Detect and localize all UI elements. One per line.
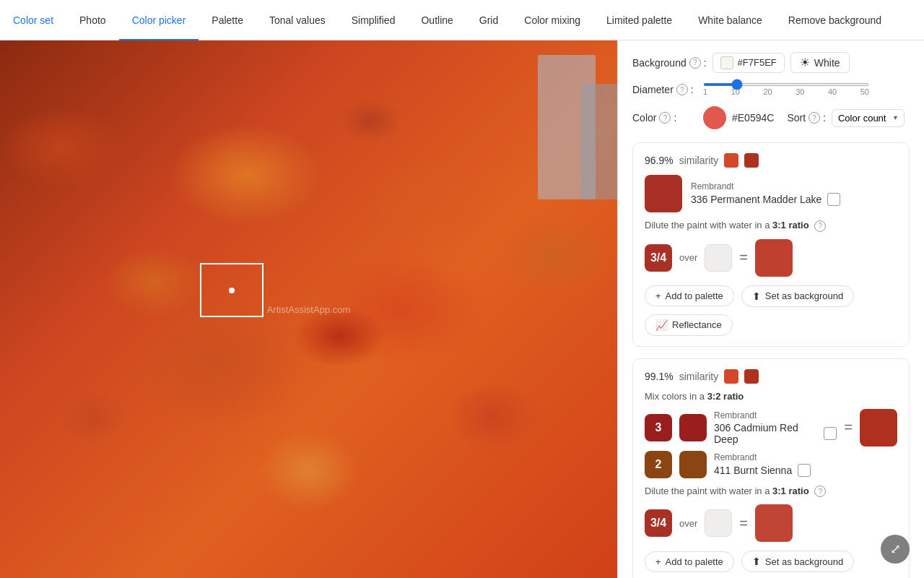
mix-pair-row-1: 3 Rembrandt 306 Cadmium Red Deep = xyxy=(645,409,897,447)
mix-colors-label: Mix colors in a 3:2 ratio xyxy=(645,391,897,402)
paint-swatch-1 xyxy=(645,175,682,212)
sort-select-wrapper: Color count Similarity Name xyxy=(832,109,905,127)
mix-white-swatch-2 xyxy=(705,509,732,537)
dilute-row-1: Dilute the paint with water in a 3:1 rat… xyxy=(645,220,897,232)
nav-item-outline[interactable]: Outline xyxy=(408,0,466,40)
equals-sign-1: = xyxy=(739,249,748,266)
action-row-1: + Add to palette ⬆ Set as background 📈 R… xyxy=(645,285,897,336)
paint-brand-2b: Rembrandt xyxy=(714,452,897,462)
mix-result-1 xyxy=(755,239,793,277)
sort-select[interactable]: Color count Similarity Name xyxy=(832,109,905,127)
paint-checkbox-2b[interactable] xyxy=(798,464,811,477)
similarity-pct-2: 99.1% xyxy=(645,371,674,382)
similarity-label-2: similarity xyxy=(679,371,718,382)
paint-checkbox-2a[interactable] xyxy=(824,427,837,440)
mix-pair-2: 3 Rembrandt 306 Cadmium Red Deep = 2 xyxy=(645,409,897,478)
paint-name-1: 336 Permanent Madder Lake xyxy=(691,193,897,206)
diameter-slider-container: 1 10 20 30 40 50 xyxy=(703,83,910,96)
paint-details-2b: Rembrandt 411 Burnt Sienna xyxy=(714,452,897,477)
result-card-1: 96.9% similarity Rembrandt 336 Permanent… xyxy=(632,142,910,347)
diameter-control-row: Diameter ? : 1 10 20 30 40 50 xyxy=(632,83,910,96)
diameter-ticks: 1 10 20 30 40 50 xyxy=(703,87,869,96)
selection-box[interactable] xyxy=(200,263,263,317)
right-panel: Background ? : #F7F5EF ☀ White Diameter … xyxy=(617,40,924,578)
mix-badge-1: 3/4 xyxy=(645,244,672,272)
nav-item-simplified[interactable]: Simplified xyxy=(339,0,409,40)
nav-item-photo[interactable]: Photo xyxy=(66,0,119,40)
background-swatch-selector[interactable]: #F7F5EF xyxy=(712,53,785,73)
white-icon: ☀ xyxy=(800,56,810,69)
plus-icon-1: + xyxy=(655,290,661,301)
mix-result-dilute-2 xyxy=(755,504,793,542)
nav-item-color-picker[interactable]: Color picker xyxy=(119,0,199,40)
plus-icon-2: + xyxy=(655,556,661,567)
add-to-palette-btn-2[interactable]: + Add to palette xyxy=(645,551,734,572)
similarity-label-1: similarity xyxy=(679,155,718,166)
similarity-row-2: 99.1% similarity xyxy=(645,369,897,384)
action-row-2: + Add to palette ⬆ Set as background xyxy=(645,551,897,572)
main-content: ArtistAssistApp.com Background ? : #F7F5… xyxy=(0,40,924,578)
sim-swatch-1b xyxy=(744,153,759,168)
dilute-row-2: Dilute the paint with water in a 3:1 rat… xyxy=(645,486,897,498)
color-swatch-picker[interactable] xyxy=(703,106,726,129)
result-card-2: 99.1% similarity Mix colors in a 3:2 rat… xyxy=(632,358,910,578)
paint-checkbox-1[interactable] xyxy=(827,193,840,206)
mix-formula-2: 3/4 over = xyxy=(645,504,897,542)
equals-sign-3: = xyxy=(739,515,748,532)
mix-over-label-1: over xyxy=(679,252,697,263)
paint-swatch-2b xyxy=(679,451,707,478)
paint-brand-2a: Rembrandt xyxy=(714,410,837,420)
paint-name-2a: 306 Cadmium Red Deep xyxy=(714,422,837,445)
set-as-background-btn-1[interactable]: ⬆ Set as background xyxy=(741,285,854,307)
image-canvas[interactable]: ArtistAssistApp.com xyxy=(0,40,617,578)
dilute-ratio-1: 3:1 ratio xyxy=(772,220,809,230)
paint-details-1: Rembrandt 336 Permanent Madder Lake xyxy=(691,181,897,206)
bg-icon-2: ⬆ xyxy=(752,556,761,567)
nav-item-color-mixing[interactable]: Color mixing xyxy=(511,0,593,40)
background-help-icon[interactable]: ? xyxy=(689,57,701,69)
paint-details-2a: Rembrandt 306 Cadmium Red Deep xyxy=(714,410,837,445)
building-element-2 xyxy=(581,84,617,199)
background-hex-value: #F7F5EF xyxy=(738,57,777,68)
nav-item-grid[interactable]: Grid xyxy=(466,0,511,40)
nav-item-palette[interactable]: Palette xyxy=(199,0,256,40)
nav-item-color-set[interactable]: Color set xyxy=(0,0,66,40)
dilute-help-icon-2[interactable]: ? xyxy=(814,486,826,497)
bg-icon-1: ⬆ xyxy=(752,290,761,302)
color-help-icon[interactable]: ? xyxy=(659,112,671,124)
background-control-row: Background ? : #F7F5EF ☀ White xyxy=(632,52,910,73)
sim-swatch-1a xyxy=(724,153,738,168)
dilute-help-icon-1[interactable]: ? xyxy=(814,220,826,232)
color-control-row: Color ? : #E0594C Sort ? : Color count S… xyxy=(632,106,910,129)
sim-swatch-2a xyxy=(724,369,738,384)
selection-dot xyxy=(229,288,235,293)
paint-name-2b: 411 Burnt Sienna xyxy=(714,464,897,477)
sort-help-icon[interactable]: ? xyxy=(808,112,820,124)
mix-white-swatch-1 xyxy=(705,244,732,272)
mix-badge-2b: 2 xyxy=(645,451,672,478)
nav-item-remove-background[interactable]: Remove background xyxy=(775,0,894,40)
nav-item-tonal-values[interactable]: Tonal values xyxy=(256,0,339,40)
mix-pair-row-2: 2 Rembrandt 411 Burnt Sienna xyxy=(645,451,897,478)
reflectance-btn-1[interactable]: 📈 Reflectance xyxy=(645,314,733,336)
collapse-button[interactable]: ⤢ xyxy=(881,535,910,564)
nav-item-white-balance[interactable]: White balance xyxy=(685,0,775,40)
mix-badge-2a: 3 xyxy=(645,414,672,441)
sort-label: Sort ? : xyxy=(787,112,826,124)
top-navigation: Color set Photo Color picker Palette Ton… xyxy=(0,0,924,40)
add-to-palette-btn-1[interactable]: + Add to palette xyxy=(645,285,734,306)
paint-info-row-1: Rembrandt 336 Permanent Madder Lake xyxy=(645,175,897,212)
color-label: Color ? : xyxy=(632,112,697,124)
background-label: Background ? : xyxy=(632,57,707,69)
diameter-slider[interactable] xyxy=(703,83,869,86)
nav-item-limited-palette[interactable]: Limited palette xyxy=(593,0,685,40)
diameter-help-icon[interactable]: ? xyxy=(676,84,688,95)
mix-result-swatch-2 xyxy=(860,409,897,447)
sim-swatch-2b xyxy=(744,369,759,384)
set-as-background-btn-2[interactable]: ⬆ Set as background xyxy=(741,551,854,572)
paint-swatch-2a xyxy=(679,414,707,441)
mix-ratio: 3:2 ratio xyxy=(707,391,744,402)
mix-over-label-2: over xyxy=(679,518,697,529)
white-preset-button[interactable]: ☀ White xyxy=(790,52,850,73)
paint-brand-1: Rembrandt xyxy=(691,181,897,191)
